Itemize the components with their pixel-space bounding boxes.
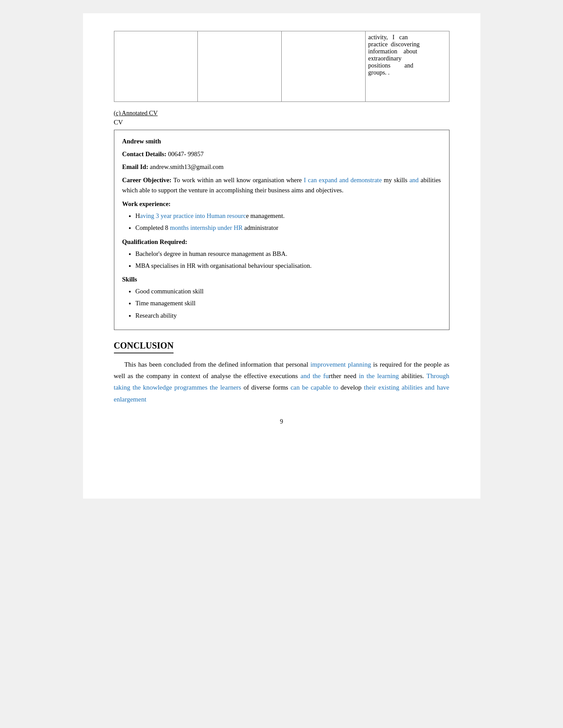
- top-table: activity, I canpractice discoveringinfor…: [114, 31, 450, 102]
- cv-contact: Contact Details: 00647- 99857: [122, 149, 441, 159]
- skills-item-3: Research ability: [136, 311, 441, 321]
- page-number: 9: [114, 418, 450, 425]
- qual-item-1: Bachelor's degree in human resource mana…: [136, 249, 441, 259]
- work-item-2: Completed 8 months internship under HR a…: [136, 223, 441, 233]
- page: activity, I canpractice discoveringinfor…: [83, 13, 480, 499]
- skills-list: Good communication skill Time management…: [136, 286, 441, 321]
- skills-heading: Skills: [122, 274, 441, 285]
- cv-box: Andrew smith Contact Details: 00647- 998…: [114, 130, 450, 330]
- cv-label: CV: [114, 119, 450, 126]
- table-text: activity, I canpractice discoveringinfor…: [368, 34, 420, 76]
- annotated-cv-label: (c) Annotated CV: [114, 110, 450, 117]
- work-item-1: Having 3 year practice into Human resour…: [136, 211, 441, 221]
- conclusion-text: This has been concluded from the defined…: [114, 359, 450, 405]
- table-cell-4: activity, I canpractice discoveringinfor…: [365, 31, 449, 102]
- cv-career: Career Objective: To work within an well…: [122, 175, 441, 195]
- skills-item-2: Time management skill: [136, 298, 441, 308]
- conclusion-title: CONCLUSION: [114, 341, 174, 353]
- table-cell-2: [198, 31, 282, 102]
- conclusion-section: CONCLUSION This has been concluded from …: [114, 341, 450, 405]
- qual-heading: Qualification Required:: [122, 237, 441, 247]
- table-cell-1: [114, 31, 198, 102]
- cv-email: Email Id: andrew.smith13@gmail.com: [122, 162, 441, 172]
- qual-list: Bachelor's degree in human resource mana…: [136, 249, 441, 271]
- table-cell-3: [282, 31, 366, 102]
- work-list: Having 3 year practice into Human resour…: [136, 211, 441, 233]
- cv-name: Andrew smith: [122, 136, 441, 146]
- work-heading: Work experience:: [122, 199, 441, 209]
- skills-item-1: Good communication skill: [136, 286, 441, 296]
- qual-item-2: MBA specialises in HR with organisationa…: [136, 261, 441, 271]
